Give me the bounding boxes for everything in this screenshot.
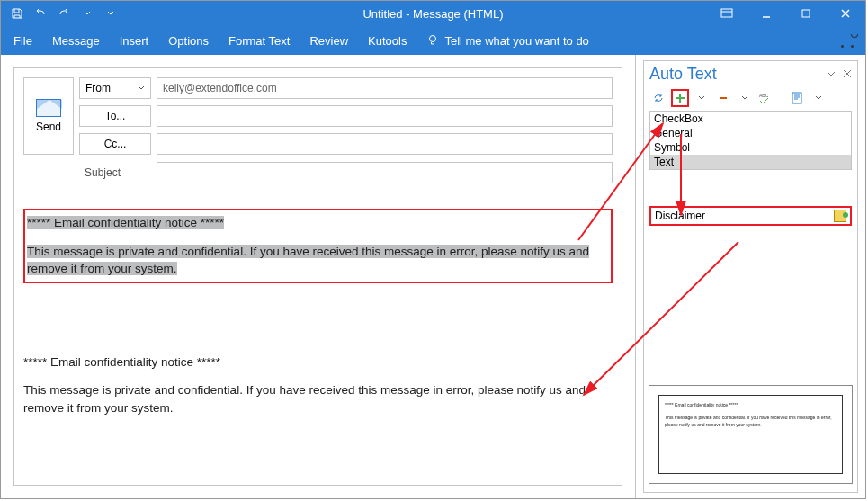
chevron-down-icon bbox=[138, 85, 145, 92]
body-title-2: ***** Email confidentiality notice ***** bbox=[23, 353, 613, 371]
add-dropdown-icon[interactable] bbox=[693, 89, 711, 107]
subject-label: Subject bbox=[79, 162, 151, 183]
tab-message[interactable]: Message bbox=[52, 34, 100, 48]
minimize-icon[interactable] bbox=[747, 1, 786, 26]
cc-button[interactable]: Cc... bbox=[79, 133, 151, 155]
redo-icon[interactable] bbox=[53, 3, 75, 24]
list-item[interactable]: CheckBox bbox=[650, 112, 851, 126]
tab-review[interactable]: Review bbox=[309, 34, 348, 48]
pane-close-icon[interactable] bbox=[843, 67, 852, 81]
auto-text-pane: Auto Text ABC bbox=[635, 55, 865, 498]
svg-point-2 bbox=[430, 36, 436, 42]
body-title-selected: ***** Email confidentiality notice ***** bbox=[27, 216, 224, 229]
title-bar: Untitled - Message (HTML) bbox=[1, 1, 865, 26]
abc-check-icon[interactable]: ABC bbox=[757, 89, 775, 107]
svg-rect-1 bbox=[802, 10, 810, 17]
svg-rect-4 bbox=[792, 93, 801, 103]
preview-para: This message is private and confidential… bbox=[665, 414, 837, 428]
svg-rect-0 bbox=[721, 9, 732, 17]
list-item[interactable]: General bbox=[650, 126, 851, 140]
ribbon-display-icon[interactable] bbox=[707, 1, 747, 26]
pane-title: Auto Text bbox=[649, 65, 717, 84]
to-field[interactable] bbox=[157, 105, 613, 127]
subject-field[interactable] bbox=[157, 162, 613, 183]
add-button[interactable] bbox=[671, 89, 689, 107]
tab-format-text[interactable]: Format Text bbox=[228, 34, 290, 48]
body-para-2: This message is private and confidential… bbox=[23, 381, 613, 416]
refresh-icon[interactable] bbox=[649, 89, 667, 107]
page-icon[interactable] bbox=[788, 89, 806, 107]
pane-options-icon[interactable] bbox=[827, 67, 836, 81]
annotation-selection-box: ***** Email confidentiality notice *****… bbox=[23, 209, 613, 283]
tab-options[interactable]: Options bbox=[168, 34, 209, 48]
tab-kutools[interactable]: Kutools bbox=[368, 34, 407, 48]
tell-me-search[interactable]: Tell me what you want to do bbox=[426, 34, 588, 48]
send-label: Send bbox=[36, 121, 61, 133]
preview-title: ***** Email confidentiality notice ***** bbox=[665, 401, 837, 408]
undo-icon[interactable] bbox=[30, 3, 51, 24]
close-icon[interactable] bbox=[826, 1, 865, 26]
from-field[interactable]: kelly@extendoffice.com bbox=[157, 77, 613, 99]
ribbon-tabs: File Message Insert Options Format Text … bbox=[1, 26, 865, 55]
tab-file[interactable]: File bbox=[13, 34, 32, 48]
list-item[interactable]: Symbol bbox=[650, 140, 851, 155]
body-para-selected: This message is private and confidential… bbox=[27, 245, 589, 276]
pane-toolbar: ABC bbox=[649, 89, 852, 107]
autotext-entry[interactable]: Disclaimer bbox=[649, 206, 852, 226]
preview-pane: ***** Email confidentiality notice *****… bbox=[649, 385, 853, 484]
qat-dropdown-2[interactable] bbox=[100, 3, 121, 24]
tab-insert[interactable]: Insert bbox=[120, 34, 149, 48]
lightbulb-icon bbox=[426, 34, 439, 47]
svg-text:ABC: ABC bbox=[759, 93, 769, 98]
to-button[interactable]: To... bbox=[79, 105, 151, 127]
tell-me-label: Tell me what you want to do bbox=[444, 34, 588, 48]
envelope-icon bbox=[36, 99, 61, 117]
message-body[interactable]: ***** Email confidentiality notice *****… bbox=[23, 209, 613, 416]
from-button[interactable]: From bbox=[79, 77, 151, 99]
remove-dropdown-icon[interactable] bbox=[736, 89, 754, 107]
insert-icon[interactable] bbox=[834, 210, 846, 222]
cc-field[interactable] bbox=[157, 133, 613, 155]
from-label: From bbox=[85, 82, 111, 94]
quick-access-toolbar bbox=[1, 1, 121, 26]
remove-icon[interactable] bbox=[714, 89, 732, 107]
save-icon[interactable] bbox=[6, 3, 28, 24]
entry-label: Disclaimer bbox=[655, 210, 705, 222]
page-dropdown-icon[interactable] bbox=[810, 89, 828, 107]
category-list[interactable]: CheckBox General Symbol Text bbox=[649, 111, 852, 170]
list-item-selected[interactable]: Text bbox=[650, 155, 851, 169]
maximize-icon[interactable] bbox=[786, 1, 826, 26]
qat-dropdown-1[interactable] bbox=[76, 3, 98, 24]
send-button[interactable]: Send bbox=[23, 77, 74, 155]
